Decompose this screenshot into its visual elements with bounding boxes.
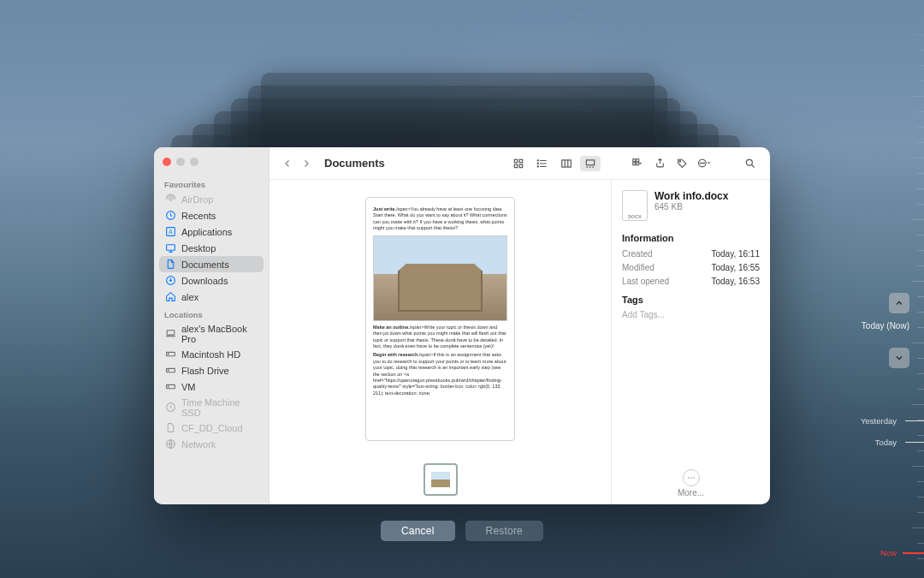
svg-point-35: [690, 477, 692, 479]
close-window-button[interactable]: [163, 158, 171, 166]
disk-icon: [164, 365, 176, 377]
search-button[interactable]: [741, 156, 760, 171]
back-button[interactable]: [280, 156, 295, 171]
sidebar-item-label: Recents: [181, 211, 216, 221]
sidebar-section-locations: Locations: [159, 308, 264, 321]
info-key-modified: Modified: [622, 263, 654, 272]
minimize-window-button: [176, 158, 185, 166]
applications-icon: A: [164, 226, 176, 238]
window-title: Documents: [324, 157, 385, 170]
sidebar-item-vm[interactable]: VM: [159, 378, 264, 395]
sidebar-item-label: CF_DD_Cloud: [181, 423, 243, 433]
file-thumbnail[interactable]: [424, 463, 458, 496]
svg-point-0: [169, 198, 171, 200]
svg-point-33: [746, 159, 752, 165]
sidebar-item-label: Downloads: [181, 276, 228, 286]
thumbnail-strip: [422, 462, 459, 498]
sidebar-item-label: AirDrop: [181, 194, 213, 205]
more-actions-button[interactable]: [683, 469, 700, 486]
column-view-button[interactable]: [556, 156, 577, 171]
sidebar-item-macbook[interactable]: alex's MacBook Pro: [159, 321, 264, 346]
timeline-mark-label: Today: [875, 438, 897, 447]
add-tags-field[interactable]: Add Tags...: [622, 310, 760, 319]
forward-button[interactable]: [299, 156, 314, 171]
sidebar-item-recents[interactable]: Recents: [159, 207, 264, 223]
clock-backup-icon: [164, 402, 176, 414]
clock-icon: [164, 210, 176, 222]
icon-view-button[interactable]: [508, 156, 529, 171]
sidebar-item-documents[interactable]: Documents: [159, 256, 264, 272]
svg-point-21: [537, 165, 538, 166]
sidebar-item-label: Macintosh HD: [181, 349, 240, 360]
sidebar-item-home[interactable]: alex: [159, 289, 264, 305]
sidebar-item-flash-drive[interactable]: Flash Drive: [159, 362, 264, 378]
preview-text: /span>If this is an assignment that asks…: [373, 352, 506, 396]
sidebar-item-label: Desktop: [181, 243, 216, 253]
group-menu-button[interactable]: [628, 156, 647, 171]
preview-text: Make an outline.: [373, 325, 410, 330]
svg-rect-25: [637, 158, 639, 161]
svg-point-8: [168, 354, 169, 355]
svg-point-36: [693, 477, 695, 479]
preview-image-placeholder: [373, 235, 507, 321]
svg-rect-18: [519, 164, 523, 168]
info-value-created: Today, 16:11: [711, 249, 760, 259]
gallery-view-button[interactable]: [580, 156, 601, 171]
sidebar-item-time-machine[interactable]: Time Machine SSD: [159, 395, 264, 420]
svg-rect-27: [637, 162, 639, 164]
list-view-button[interactable]: [532, 156, 553, 171]
finder-window: Favourites AirDrop Recents A Application…: [154, 147, 770, 504]
timeline-mark-label: Yesterday: [861, 416, 897, 426]
svg-rect-16: [519, 159, 523, 163]
svg-point-28: [678, 161, 680, 163]
disk-icon: [164, 349, 176, 361]
laptop-icon: [164, 328, 176, 340]
info-value-opened: Today, 16:53: [711, 277, 760, 286]
svg-point-32: [704, 163, 705, 164]
info-key-created: Created: [622, 249, 653, 259]
sidebar-item-cloud-disk[interactable]: CF_DD_Cloud: [159, 420, 264, 436]
sidebar-item-label: alex: [181, 292, 198, 302]
tags-button[interactable]: [672, 156, 691, 171]
main-area: Documents Just write./span>You already h…: [270, 147, 770, 504]
cancel-button[interactable]: Cancel: [381, 521, 455, 541]
downloads-icon: [164, 275, 176, 287]
sidebar-item-label: Documents: [181, 259, 229, 270]
svg-text:A: A: [169, 229, 173, 235]
timeline-now-label: Now: [880, 548, 897, 557]
view-switcher: [508, 156, 601, 171]
document-icon: [164, 422, 176, 434]
home-icon: [164, 291, 176, 303]
sidebar-item-desktop[interactable]: Desktop: [159, 240, 264, 256]
preview-text: Just write.: [373, 206, 396, 212]
sidebar-item-macintosh-hd[interactable]: Macintosh HD: [159, 346, 264, 362]
disk-icon: [164, 381, 176, 393]
globe-icon: [164, 438, 176, 450]
airdrop-icon: [164, 194, 176, 206]
sidebar: Favourites AirDrop Recents A Application…: [154, 147, 270, 504]
sidebar-item-label: Time Machine SSD: [181, 397, 258, 418]
svg-point-12: [168, 386, 169, 387]
svg-rect-17: [514, 164, 518, 168]
timeline-ticks[interactable]: YesterdayTodayNow: [898, 26, 924, 578]
sidebar-item-label: VM: [181, 382, 196, 392]
file-type-icon: [622, 190, 648, 221]
file-name: Work info.docx: [654, 190, 728, 202]
timeline: Today (Now) YesterdayTodayNow: [847, 0, 924, 578]
action-menu-button[interactable]: [695, 156, 714, 171]
svg-point-31: [702, 163, 702, 164]
sidebar-item-airdrop[interactable]: AirDrop: [159, 191, 264, 207]
sidebar-item-network[interactable]: Network: [159, 436, 264, 452]
sidebar-item-label: Applications: [181, 227, 232, 237]
sidebar-section-favourites: Favourites: [159, 178, 264, 191]
svg-rect-22: [562, 159, 572, 166]
share-button[interactable]: [650, 156, 669, 171]
preview-text: Begin with research.: [373, 352, 419, 357]
documents-icon: [164, 259, 176, 271]
sidebar-item-downloads[interactable]: Downloads: [159, 272, 264, 289]
svg-rect-24: [633, 158, 636, 161]
sidebar-item-applications[interactable]: A Applications: [159, 223, 264, 240]
restore-button[interactable]: Restore: [465, 521, 543, 541]
document-preview: Just write./span>You already have at lea…: [365, 197, 515, 441]
svg-point-10: [168, 370, 169, 371]
